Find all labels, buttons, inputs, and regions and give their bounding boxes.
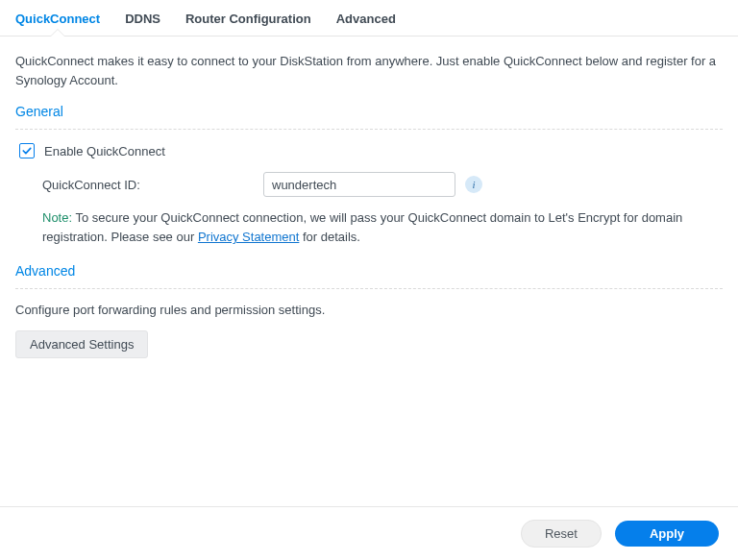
section-divider	[15, 129, 723, 130]
check-icon	[21, 145, 33, 157]
tab-router-configuration[interactable]: Router Configuration	[185, 12, 311, 36]
tab-advanced[interactable]: Advanced	[336, 12, 396, 36]
reset-button[interactable]: Reset	[521, 520, 602, 548]
intro-text: QuickConnect makes it easy to connect to…	[15, 52, 723, 90]
tab-quickconnect[interactable]: QuickConnect	[15, 12, 100, 36]
enable-quickconnect-label: Enable QuickConnect	[44, 144, 165, 158]
section-divider	[15, 288, 723, 289]
privacy-statement-link[interactable]: Privacy Statement	[198, 230, 300, 244]
advanced-settings-button[interactable]: Advanced Settings	[15, 330, 148, 358]
content-panel: QuickConnect makes it easy to connect to…	[0, 37, 738, 510]
note-text: Note: To secure your QuickConnect connec…	[42, 208, 723, 247]
info-icon[interactable]: i	[465, 176, 482, 193]
note-body-2: for details.	[299, 230, 360, 244]
note-label: Note:	[42, 210, 72, 225]
section-title-general: General	[15, 104, 723, 123]
tabs-bar: QuickConnect DDNS Router Configuration A…	[0, 0, 738, 37]
tab-ddns[interactable]: DDNS	[125, 12, 160, 36]
advanced-description: Configure port forwarding rules and perm…	[15, 303, 723, 317]
quickconnect-id-input[interactable]	[263, 172, 455, 197]
note-body-1: To secure your QuickConnect connection, …	[42, 210, 682, 244]
section-title-advanced: Advanced	[15, 263, 723, 282]
apply-button[interactable]: Apply	[615, 521, 719, 547]
quickconnect-id-label: QuickConnect ID:	[42, 178, 263, 192]
footer-bar: Reset Apply	[0, 506, 738, 560]
enable-quickconnect-checkbox[interactable]	[19, 143, 35, 158]
